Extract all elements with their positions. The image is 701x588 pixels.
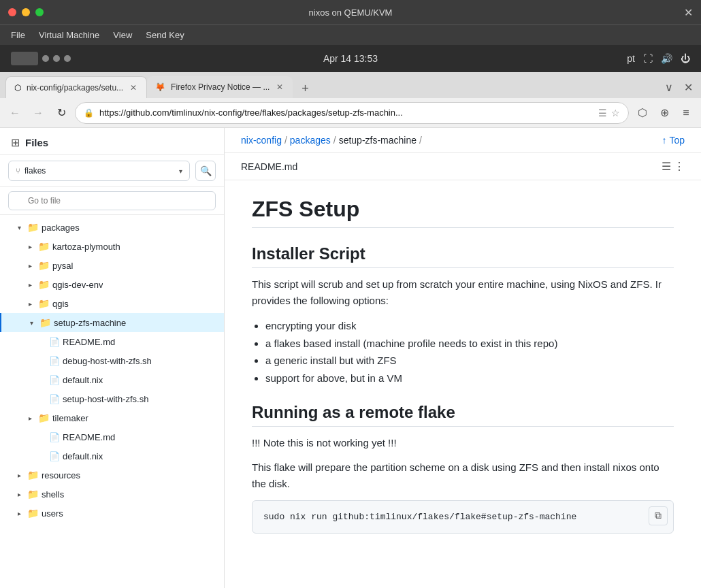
main-content: nix-config / packages / setup-zfs-machin… xyxy=(225,128,701,588)
pocket-btn[interactable]: ⬡ xyxy=(633,103,652,122)
forward-btn[interactable]: → xyxy=(29,103,48,122)
menu-file[interactable]: File xyxy=(5,29,31,42)
file-icon: 📄 xyxy=(49,375,60,385)
tab-nix-config[interactable]: ⬡ nix-config/packages/setu... ✕ xyxy=(5,76,147,98)
tree-item-default-nix-1[interactable]: 📄 default.nix xyxy=(0,370,224,389)
tree-item-debug-host[interactable]: 📄 debug-host-with-zfs.sh xyxy=(0,351,224,370)
tree-toggle-kartoza: ▸ xyxy=(25,241,35,252)
tree-item-readme-1[interactable]: 📄 README.md xyxy=(0,332,224,351)
tree-item-qgis-dev-env[interactable]: ▸ 📁 qgis-dev-env xyxy=(0,275,224,294)
tree-item-pysal[interactable]: ▸ 📁 pysal xyxy=(0,256,224,275)
extensions-btn[interactable]: ⊕ xyxy=(655,103,674,122)
branch-dropdown-icon: ▾ xyxy=(179,167,182,175)
top-link[interactable]: ↑ Top xyxy=(662,135,685,146)
spacer xyxy=(35,374,46,385)
folder-icon: 📁 xyxy=(27,489,39,500)
reader-mode-icon[interactable]: ☰ xyxy=(598,108,607,118)
readme-h1: ZFS Setup xyxy=(252,197,674,228)
tab-bar: ⬡ nix-config/packages/setu... ✕ 🦊 Firefo… xyxy=(0,72,701,98)
breadcrumb-root[interactable]: nix-config xyxy=(241,135,282,146)
branch-selector[interactable]: ⑂ flakes ▾ xyxy=(8,161,190,181)
nav-bar-right: ⬡ ⊕ ≡ xyxy=(633,103,696,122)
file-search-input[interactable] xyxy=(8,191,216,210)
tree-label: kartoza-plymouth xyxy=(52,242,120,252)
tree-item-shells[interactable]: ▸ 📁 shells xyxy=(0,485,224,504)
copy-code-btn[interactable]: ⧉ xyxy=(649,506,668,525)
bookmark-icon[interactable]: ☆ xyxy=(611,108,620,118)
maximize-window-btn[interactable] xyxy=(35,8,44,16)
tree-label: default.nix xyxy=(63,451,103,461)
tab-dropdown-btn[interactable]: ∨ xyxy=(662,80,676,95)
tree-item-setup-zfs[interactable]: ▾ 📁 setup-zfs-machine xyxy=(0,313,224,332)
tree-toggle-shells: ▸ xyxy=(14,489,25,500)
up-arrow-icon: ↑ xyxy=(662,135,666,146)
file-actions[interactable]: ☰ ⋮ xyxy=(662,160,685,173)
folder-icon: 📁 xyxy=(38,260,50,271)
close-icon[interactable]: ✕ xyxy=(684,6,693,19)
menu-send-key[interactable]: Send Key xyxy=(140,29,189,42)
tree-label: default.nix xyxy=(63,375,103,385)
tree-label: qgis xyxy=(52,299,69,309)
tab-favicon-firefox: 🦊 xyxy=(155,82,165,92)
tree-label: README.md xyxy=(63,337,115,347)
tree-toggle-pysal: ▸ xyxy=(25,260,35,271)
file-tree: ▾ 📁 packages ▸ 📁 kartoza-plymouth ▸ 📁 py… xyxy=(0,215,224,588)
tab-close-firefox[interactable]: ✕ xyxy=(275,81,284,93)
readme-warning: !!! Note this is not working yet !!! xyxy=(252,435,674,451)
copy-icon: ⧉ xyxy=(655,510,662,521)
tree-item-readme-2[interactable]: 📄 README.md xyxy=(0,427,224,446)
folder-icon: 📁 xyxy=(27,222,39,233)
sidebar-controls: ⑂ flakes ▾ 🔍 xyxy=(0,155,224,187)
lang-label: pt xyxy=(627,53,635,64)
file-menu-icon: ☰ xyxy=(662,160,671,173)
tree-label: qgis-dev-env xyxy=(52,280,103,290)
tree-label: README.md xyxy=(63,432,115,442)
tree-search-btn[interactable]: 🔍 xyxy=(195,161,216,181)
sidebar-title: Files xyxy=(25,137,48,148)
back-btn[interactable]: ← xyxy=(5,103,25,122)
file-header: README.md ☰ ⋮ xyxy=(225,153,701,180)
file-icon: 📄 xyxy=(49,394,60,404)
readme-h2-remote: Running as a remote flake xyxy=(252,403,674,427)
branch-name: flakes xyxy=(25,166,175,176)
list-item: a flakes based install (machine profile … xyxy=(265,335,674,353)
reload-btn[interactable]: ↻ xyxy=(52,103,71,122)
tab-firefox-privacy[interactable]: 🦊 Firefox Privacy Notice — ... ✕ xyxy=(147,76,293,98)
tree-item-tilemaker[interactable]: ▸ 📁 tilemaker xyxy=(0,408,224,427)
breadcrumb-packages[interactable]: packages xyxy=(290,135,331,146)
breadcrumb-sep-1: / xyxy=(284,135,287,146)
tree-item-resources[interactable]: ▸ 📁 resources xyxy=(0,466,224,485)
tree-item-setup-host[interactable]: 📄 setup-host-with-zfs.sh xyxy=(0,389,224,408)
minimize-window-btn[interactable] xyxy=(22,8,30,16)
folder-icon: 📁 xyxy=(27,470,39,480)
readme-intro: This script will scrub and set up from s… xyxy=(252,276,674,309)
tree-item-qgis[interactable]: ▸ 📁 qgis xyxy=(0,294,224,313)
window-title: nixos on QEMU/KVM xyxy=(309,7,393,18)
secure-icon: 🔒 xyxy=(84,108,94,118)
tree-item-packages[interactable]: ▾ 📁 packages xyxy=(0,218,224,237)
browser-menu-btn[interactable]: ≡ xyxy=(676,103,696,122)
power-icon[interactable]: ⏻ xyxy=(681,53,690,64)
sidebar-toggle-icon[interactable]: ⊞ xyxy=(11,136,20,149)
tab-close-nix[interactable]: ✕ xyxy=(129,82,138,94)
address-bar[interactable]: 🔒 https://github.com/timlinux/nix-config… xyxy=(75,102,629,124)
tree-label: users xyxy=(42,508,63,519)
file-icon: 📄 xyxy=(49,356,60,366)
tree-label: debug-host-with-zfs.sh xyxy=(63,356,152,366)
tree-item-default-nix-2[interactable]: 📄 default.nix xyxy=(0,446,224,466)
tree-item-kartoza[interactable]: ▸ 📁 kartoza-plymouth xyxy=(0,237,224,256)
breadcrumb-current: setup-zfs-machine xyxy=(339,135,417,146)
list-item: encrypting your disk xyxy=(265,317,674,335)
tree-label: setup-host-with-zfs.sh xyxy=(63,394,148,404)
list-item: a generic install but with ZFS xyxy=(265,352,674,370)
close-browser-btn[interactable]: ✕ xyxy=(681,80,696,95)
tree-item-users[interactable]: ▸ 📁 users xyxy=(0,504,224,523)
volume-icon[interactable]: 🔊 xyxy=(661,53,672,64)
close-window-btn[interactable] xyxy=(8,8,16,16)
dot-icon-1 xyxy=(42,55,49,62)
menu-virtual-machine[interactable]: Virtual Machine xyxy=(33,29,105,42)
folder-icon: 📁 xyxy=(38,298,50,309)
browser-window: ⬡ nix-config/packages/setu... ✕ 🦊 Firefo… xyxy=(0,72,701,588)
menu-view[interactable]: View xyxy=(108,29,137,42)
new-tab-btn[interactable]: + xyxy=(295,79,314,98)
